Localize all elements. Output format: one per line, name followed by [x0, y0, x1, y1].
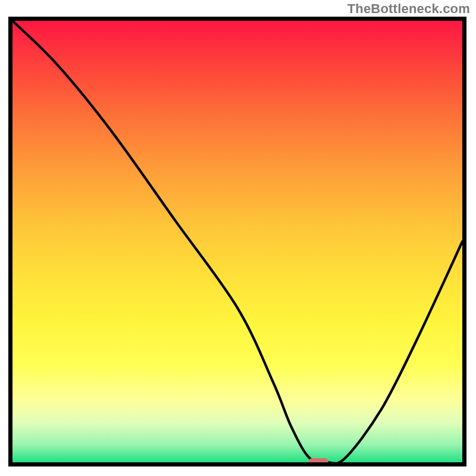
- bottleneck-curve-path: [12, 21, 462, 462]
- watermark-text: TheBottleneck.com: [347, 1, 470, 17]
- optimum-marker: [308, 458, 328, 466]
- plot-area: [8, 17, 466, 466]
- bottleneck-curve-svg: [12, 21, 462, 462]
